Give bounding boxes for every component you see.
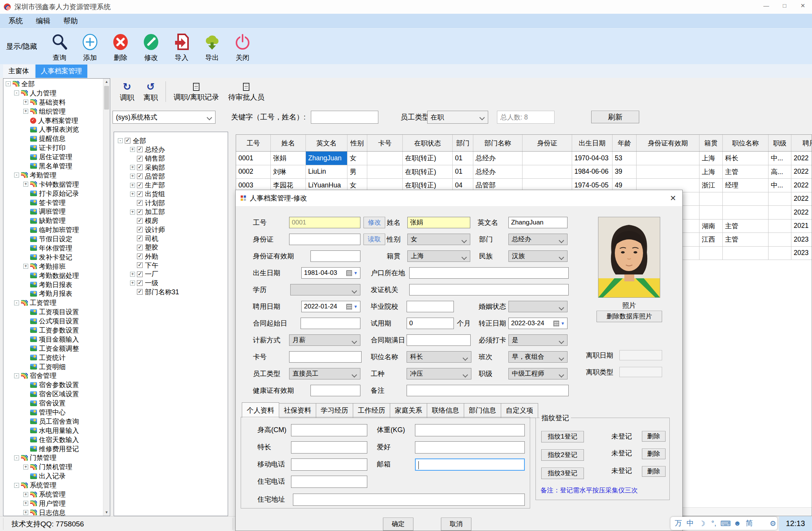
contract-start-field[interactable] — [301, 318, 360, 329]
department-checkbox[interactable] — [137, 191, 143, 197]
close-button[interactable]: ✕ — [794, 0, 812, 11]
tab-personnel-archive[interactable]: 人事档案管理 — [35, 65, 87, 78]
nav-tree-item[interactable]: 工资明细 — [3, 362, 103, 371]
nav-tree-item[interactable]: 缺勤管理 — [3, 216, 103, 225]
department-checkbox[interactable] — [137, 165, 143, 170]
cell-dept-code[interactable]: 01 — [453, 152, 473, 165]
cell-rank[interactable] — [769, 233, 791, 246]
grid-header-cell[interactable]: 身份证有效期 — [637, 135, 699, 151]
dialog-tab[interactable]: 自定义项 — [501, 403, 538, 418]
export-button[interactable]: 导出 — [197, 31, 227, 62]
department-tree-item[interactable]: 塑胶 — [114, 243, 228, 252]
cell-id-valid[interactable] — [637, 165, 699, 179]
department-checkbox[interactable] — [137, 262, 143, 268]
tree-expander-icon[interactable] — [23, 510, 28, 515]
nav-tree-item[interactable]: 居住证管理 — [3, 152, 103, 161]
cell-rank[interactable]: 中... — [769, 179, 791, 192]
nav-tree-item[interactable]: 基础资料 — [3, 98, 103, 107]
dialog-tab[interactable]: 联络信息 — [427, 403, 464, 418]
grid-header-cell[interactable]: 年龄 — [613, 135, 637, 151]
grid-header-cell[interactable]: 在职状态 — [403, 135, 453, 151]
fingerprint3-register-button[interactable]: 指纹3登记 — [541, 468, 584, 479]
nav-tree-item[interactable]: 门禁管理 — [3, 454, 103, 463]
department-checkbox[interactable] — [137, 147, 143, 152]
grid-header-cell[interactable]: 职位名称 — [723, 135, 769, 151]
cell-rank[interactable] — [769, 220, 791, 233]
cell-id-card[interactable] — [523, 165, 572, 179]
department-checkbox[interactable] — [137, 245, 143, 250]
department-checkbox[interactable] — [137, 156, 143, 161]
fingerprint2-register-button[interactable]: 指纹2登记 — [541, 449, 584, 461]
gear-icon[interactable]: ⚙ — [767, 519, 778, 528]
nav-tree-item[interactable]: 考勤管理 — [3, 171, 103, 180]
tree-expander-icon[interactable] — [23, 100, 28, 105]
cell-gender[interactable]: 男 — [347, 165, 367, 179]
probation-field[interactable]: 0 — [407, 318, 454, 329]
menu-help[interactable]: 帮助 — [63, 16, 78, 26]
cell-birth-date[interactable]: 1984-06-06 — [572, 165, 613, 179]
modify-button[interactable]: 修改 — [136, 31, 166, 62]
dialog-tab[interactable]: 个人资料 — [242, 402, 279, 418]
show-hide-toggle[interactable]: 显示/隐藏 — [6, 42, 37, 52]
cell-status[interactable]: 在职(转正) — [403, 165, 453, 179]
nav-scrollbar[interactable]: ▲ ▼ — [103, 79, 110, 516]
cell-hire-date[interactable]: 2022 — [791, 152, 812, 165]
close-app-button[interactable]: 关闭 — [227, 31, 258, 62]
pending-approval-button[interactable]: 待审批人员 — [224, 81, 269, 102]
cell-position[interactable] — [723, 192, 769, 206]
department-tree-item[interactable]: 一厂 — [114, 270, 228, 278]
keyboard-icon[interactable]: ⌨ — [720, 519, 731, 528]
cell-card-no[interactable] — [367, 152, 403, 165]
fingerprint1-register-button[interactable]: 指纹1登记 — [541, 431, 584, 442]
remark-field[interactable] — [407, 385, 569, 396]
cell-age[interactable]: 53 — [613, 152, 637, 165]
name-field[interactable]: 张娟 — [407, 217, 470, 228]
scroll-up-icon[interactable]: ▲ — [103, 79, 110, 85]
nav-tree-item[interactable]: 宿舍区域设置 — [3, 389, 103, 399]
cell-birth-date[interactable]: 1970-04-03 — [572, 152, 613, 165]
hobby-field[interactable] — [415, 441, 525, 454]
tree-expander-icon[interactable] — [14, 173, 19, 178]
delete-button[interactable]: 删除 — [105, 31, 136, 62]
grid-header-cell[interactable]: 出生日期 — [572, 135, 613, 151]
grid-header-cell[interactable]: 身份证 — [523, 135, 572, 151]
department-tree-item[interactable]: 全部 — [114, 136, 228, 145]
department-checkbox[interactable] — [137, 173, 143, 179]
tree-expander-icon[interactable] — [130, 192, 135, 197]
department-tree-item[interactable]: 外勤 — [114, 252, 228, 261]
nav-tree-item[interactable]: 住宿天数输入 — [3, 435, 103, 444]
cell-age[interactable]: 39 — [613, 165, 637, 179]
cell-native-place[interactable] — [699, 192, 723, 206]
shift-combo[interactable]: 早，夜组合 — [508, 351, 568, 363]
read-id-button[interactable]: 读取 — [363, 234, 385, 245]
ok-button[interactable]: 确定 — [383, 518, 413, 531]
nav-tree-item[interactable]: 用户管理 — [3, 499, 103, 508]
department-tree-item[interactable]: 总经办 — [114, 145, 228, 154]
department-tree-item[interactable]: 出货组 — [114, 190, 228, 199]
mobile-field[interactable] — [291, 458, 367, 471]
nav-tree-item[interactable]: 打卡原始记录 — [3, 189, 103, 198]
tree-expander-icon[interactable] — [23, 492, 28, 497]
nav-tree-item[interactable]: 管理中心 — [3, 408, 103, 417]
nav-tree-item[interactable]: 出入记录 — [3, 471, 103, 481]
transfer-resign-records-button[interactable]: 调职/离职记录 — [169, 81, 224, 102]
department-tree-item[interactable]: 采购部 — [114, 163, 228, 172]
dialog-tab[interactable]: 工作经历 — [353, 403, 390, 418]
specialty-field[interactable] — [291, 441, 367, 454]
department-checkbox[interactable] — [137, 200, 143, 206]
cell-hire-date[interactable]: 2022 — [791, 206, 812, 219]
department-tree-item[interactable]: 计划部 — [114, 199, 228, 207]
cell-dept-name[interactable]: 总经办 — [473, 152, 523, 165]
cell-position[interactable]: 经理 — [723, 179, 769, 192]
height-field[interactable] — [291, 424, 367, 436]
refresh-button[interactable]: 刷新 — [591, 111, 639, 123]
id-card-field[interactable] — [289, 234, 360, 245]
fingerprint2-delete-button[interactable]: 删除 — [642, 449, 666, 459]
cell-position[interactable]: 主管 — [723, 233, 769, 246]
cell-en-name[interactable]: LiuLin — [306, 165, 347, 179]
dialog-close-icon[interactable]: ✕ — [670, 194, 676, 203]
tree-expander-icon[interactable] — [14, 373, 19, 378]
tree-expander-icon[interactable] — [14, 483, 19, 488]
tree-expander-icon[interactable] — [6, 81, 11, 86]
cell-name[interactable]: 刘琳 — [271, 165, 306, 179]
